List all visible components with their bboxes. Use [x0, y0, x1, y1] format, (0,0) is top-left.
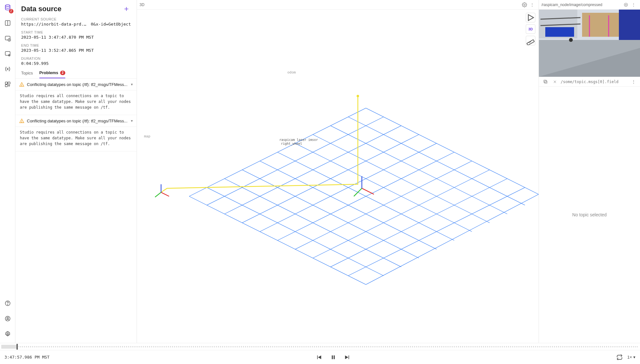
raw-topic-input[interactable] [561, 80, 628, 84]
svg-rect-67 [582, 13, 619, 37]
problem-body: Studio requires all connections on a top… [15, 127, 137, 151]
problem-title: Conflicting datatypes on topic (/tf): tf… [27, 82, 128, 87]
svg-rect-12 [8, 82, 10, 84]
svg-point-61 [625, 4, 627, 5]
svg-point-73 [569, 38, 573, 42]
viewport-label-map: map [144, 134, 150, 138]
viewport-tf-label-1: raspicam laser imsor [279, 138, 318, 142]
icon-rail: 2 [0, 0, 15, 343]
data-source-panel: Data source CURRENT SOURCE https://inorb… [15, 0, 137, 343]
viewport-tf-label-2: right_wheel [281, 142, 302, 145]
start-time-value: 2023-05-11 3:47:47.870 PM MST [21, 35, 131, 40]
svg-rect-83 [333, 355, 334, 359]
svg-rect-76 [545, 81, 547, 83]
svg-point-19 [7, 317, 8, 319]
tab-topics[interactable]: Topics [21, 70, 33, 78]
warning-icon [19, 82, 24, 87]
pause-button[interactable] [330, 354, 336, 360]
svg-line-49 [366, 194, 539, 284]
current-source-label: CURRENT SOURCE [21, 17, 131, 21]
problems-list: Conflicting datatypes on topic (/tf): tf… [15, 79, 137, 343]
svg-rect-68 [619, 10, 640, 40]
camera-image [539, 10, 640, 77]
svg-point-27 [524, 4, 525, 5]
camera-menu-button[interactable]: ⋮ [630, 1, 637, 9]
chevron-down-icon: ▾ [633, 355, 636, 360]
3d-viewport[interactable]: map odom raspicam laser imsor right_whee… [137, 10, 539, 343]
panel-settings-button[interactable] [521, 1, 528, 9]
svg-rect-66 [545, 27, 574, 37]
svg-line-60 [530, 41, 531, 43]
playback-time: 3:47:57.986 PM MST [4, 355, 50, 360]
view-mode-3d-button[interactable]: 3D [526, 24, 535, 34]
raw-clear-button[interactable] [551, 78, 559, 86]
skip-forward-button[interactable] [344, 354, 350, 360]
raw-copy-button[interactable] [541, 78, 549, 86]
viewport-label-odom: odom [287, 70, 296, 74]
svg-point-20 [7, 333, 8, 335]
skip-back-button[interactable] [316, 354, 322, 360]
play-camera-button[interactable] [526, 13, 535, 22]
svg-point-17 [7, 305, 8, 305]
rail-data-source-button[interactable]: 2 [3, 3, 13, 13]
3d-panel: 3D ⋮ [137, 0, 539, 343]
right-column: /raspicam_node/image/compressed ⋮ [539, 0, 640, 343]
timeline[interactable] [0, 343, 640, 350]
svg-line-51 [362, 188, 374, 194]
duration-label: DURATION [21, 57, 131, 60]
problems-badge: 2 [60, 71, 65, 75]
rail-badge: 2 [9, 9, 13, 13]
svg-rect-80 [317, 355, 318, 359]
playback-speed-button[interactable]: 1× ▾ [627, 355, 636, 360]
raw-menu-button[interactable]: ⋮ [630, 78, 637, 86]
rail-add-panel-button[interactable] [3, 33, 13, 43]
panel-title: Data source [21, 5, 61, 13]
svg-line-54 [161, 192, 169, 197]
svg-line-52 [354, 188, 362, 196]
rail-account-button[interactable] [3, 314, 13, 324]
playback-controls: 3:47:57.986 PM MST 1× ▾ [0, 350, 640, 364]
end-time-value: 2023-05-11 3:52:47.865 PM MST [21, 48, 131, 53]
svg-point-26 [21, 122, 22, 122]
svg-rect-11 [5, 82, 7, 84]
start-time-label: START TIME [21, 30, 131, 34]
warning-icon [19, 118, 24, 123]
loop-button[interactable] [616, 354, 623, 360]
chevron-down-icon: ▾ [131, 82, 133, 87]
rail-settings-button[interactable] [3, 329, 13, 339]
rail-variables-button[interactable] [3, 64, 13, 74]
rail-panel-settings-button[interactable] [3, 49, 13, 59]
timeline-cursor[interactable] [17, 344, 18, 350]
camera-panel: /raspicam_node/image/compressed ⋮ [539, 0, 640, 77]
svg-line-55 [155, 192, 161, 197]
end-time-label: END TIME [21, 43, 131, 47]
svg-rect-82 [332, 355, 332, 359]
problem-item-header[interactable]: Conflicting datatypes on topic (/tf): tf… [15, 115, 137, 127]
problem-item-header[interactable]: Conflicting datatypes on topic (/tf): tf… [15, 79, 137, 90]
camera-settings-button[interactable] [622, 1, 630, 9]
svg-point-24 [21, 85, 22, 86]
svg-line-38 [366, 108, 539, 194]
3d-panel-title: 3D [140, 3, 521, 7]
add-source-button[interactable] [122, 4, 131, 13]
rail-help-button[interactable] [3, 298, 13, 308]
svg-point-50 [356, 95, 359, 97]
raw-empty-state: No topic selected [539, 87, 640, 343]
rail-layouts-button[interactable] [3, 18, 13, 28]
duration-value: 0:04:59.995 [21, 61, 131, 66]
problem-body: Studio requires all connections on a top… [15, 90, 137, 115]
svg-rect-13 [5, 85, 7, 87]
panel-menu-button[interactable]: ⋮ [528, 1, 536, 9]
svg-point-0 [5, 5, 10, 7]
camera-panel-title: /raspicam_node/image/compressed [541, 3, 622, 7]
tab-problems[interactable]: Problems 2 [39, 70, 65, 78]
current-source-value: https://inorbit-data-prd.s3.us-east-1.a.… [21, 22, 131, 27]
chevron-down-icon: ▾ [131, 119, 133, 123]
measure-tool-button[interactable] [526, 36, 535, 45]
svg-rect-85 [348, 355, 349, 359]
svg-line-59 [529, 42, 530, 43]
svg-rect-77 [544, 80, 546, 83]
svg-marker-81 [318, 355, 321, 359]
svg-marker-57 [528, 15, 533, 21]
rail-extensions-button[interactable] [3, 79, 13, 89]
